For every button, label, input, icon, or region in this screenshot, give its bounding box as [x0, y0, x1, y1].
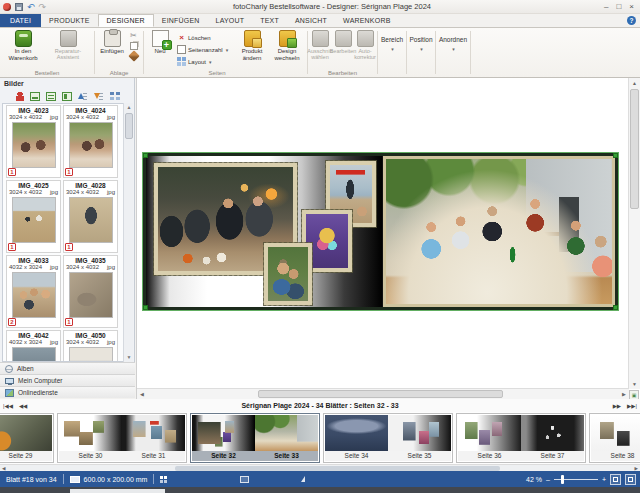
scrollbar-thumb[interactable]: [258, 390, 503, 398]
paste-button[interactable]: Einfügen: [97, 30, 127, 55]
last-spread-button[interactable]: ▶▶|: [624, 403, 640, 409]
filmstrip-spread-32-33-selected[interactable]: Seite 32Seite 33: [190, 413, 320, 463]
filmstrip-spread-38-39[interactable]: Seite 38: [589, 413, 640, 463]
scroll-up-icon[interactable]: ▲: [629, 78, 640, 88]
resize-handle[interactable]: [143, 305, 148, 310]
add-to-cart-button[interactable]: In den Warenkorb: [4, 30, 42, 62]
resize-handle[interactable]: [613, 153, 618, 158]
position-dropdown-button[interactable]: Position ▾: [408, 36, 434, 52]
format-painter-icon[interactable]: [128, 50, 139, 61]
tab-datei[interactable]: DATEI: [0, 14, 41, 27]
filmstrip-scrollbar[interactable]: ◀ ▶: [0, 464, 640, 471]
thumbnail-view-icon[interactable]: [30, 92, 40, 101]
detail-view-icon[interactable]: [62, 92, 72, 101]
filmstrip-spread-28-29[interactable]: Seite 29: [0, 413, 54, 463]
filmstrip-page-thumb[interactable]: [521, 415, 584, 452]
photo-garden-lunch[interactable]: [383, 156, 615, 307]
accordion-onlinedienste[interactable]: Onlinedienste: [0, 386, 135, 398]
cursor-tool-icon[interactable]: [301, 476, 305, 482]
tab-produkte[interactable]: PRODUKTE: [41, 14, 98, 27]
grid-toggle-icon[interactable]: [160, 476, 168, 483]
filmstrip-spread-30-31[interactable]: Seite 30Seite 31: [57, 413, 187, 463]
filmstrip-page-thumb[interactable]: [192, 415, 255, 452]
zoom-in-button[interactable]: +: [602, 476, 606, 483]
scrollbar-thumb[interactable]: [630, 89, 639, 209]
close-button[interactable]: ×: [629, 2, 634, 11]
filmstrip-page-thumb[interactable]: [325, 415, 388, 452]
help-icon[interactable]: ?: [627, 16, 636, 25]
photo-couple-selfie[interactable]: [264, 243, 312, 305]
scroll-down-icon[interactable]: ▼: [124, 353, 134, 362]
zoom-out-button[interactable]: –: [546, 476, 550, 483]
canvas-horizontal-scrollbar[interactable]: ◀ ▶: [137, 388, 629, 399]
sort-ascending-icon[interactable]: [78, 92, 88, 101]
accordion-alben[interactable]: Alben: [0, 362, 135, 374]
filmstrip-page-thumb[interactable]: [0, 415, 52, 452]
redo-icon[interactable]: ↷: [39, 3, 47, 11]
accordion-mein-computer[interactable]: Mein Computer: [0, 374, 135, 386]
design-canvas[interactable]: ▲ ▼ ▣ ◀ ▶: [136, 78, 640, 399]
page-count-button[interactable]: Seitenanzahl ▾: [177, 44, 228, 55]
zoom-slider[interactable]: [554, 479, 598, 480]
image-thumbnail[interactable]: IMG_4023 3024 x 4032jpg 1: [6, 105, 61, 178]
scroll-right-icon[interactable]: ▶: [619, 389, 629, 399]
edit-button[interactable]: Bearbeiten: [332, 30, 354, 54]
restore-button[interactable]: □: [616, 2, 621, 11]
sidebar-scrollbar[interactable]: ▲ ▼: [123, 103, 133, 362]
filmstrip-page-thumb[interactable]: [388, 415, 451, 452]
sort-descending-icon[interactable]: [94, 92, 104, 101]
image-thumbnail[interactable]: IMG_4025 3024 x 4032jpg 1: [6, 180, 61, 253]
delete-page-button[interactable]: × Löschen: [177, 32, 211, 43]
minimize-button[interactable]: –: [604, 2, 608, 11]
copy-icon[interactable]: [130, 42, 138, 50]
repair-assistant-button[interactable]: Reparatur-Assistent: [44, 30, 92, 61]
resize-handle[interactable]: [143, 153, 148, 158]
arrange-dropdown-button[interactable]: Anordnen ▾: [437, 36, 469, 52]
image-thumbnail[interactable]: IMG_4024 3024 x 4032jpg 1: [63, 105, 118, 178]
filmstrip-page-thumb[interactable]: [122, 415, 185, 452]
tab-warenkorb[interactable]: WARENKORB: [335, 14, 398, 27]
filmstrip-page-thumb[interactable]: [255, 415, 318, 452]
filmstrip-spread-36-37[interactable]: Seite 36Seite 37: [456, 413, 586, 463]
image-thumbnail[interactable]: IMG_4042 4032 x 3024jpg: [6, 330, 61, 362]
cut-icon[interactable]: ✂: [130, 32, 138, 40]
change-product-button[interactable]: Produkt ändern: [236, 30, 268, 62]
grid-columns-icon[interactable]: [110, 92, 120, 101]
page-33[interactable]: [383, 156, 615, 307]
previous-spread-button[interactable]: ◀◀: [16, 403, 30, 409]
next-spread-button[interactable]: ▶▶: [610, 403, 624, 409]
undo-icon[interactable]: ↶: [27, 3, 35, 11]
tab-text[interactable]: TEXT: [252, 14, 287, 27]
tab-einfuegen[interactable]: EINFÜGEN: [154, 14, 208, 27]
select-crop-button[interactable]: Ausschnitt wählen: [309, 30, 331, 61]
save-icon[interactable]: [15, 3, 23, 11]
image-thumbnail[interactable]: IMG_4050 3024 x 4032jpg: [63, 330, 118, 362]
scroll-down-icon[interactable]: ▼: [629, 379, 640, 389]
filmstrip-spread-34-35[interactable]: Seite 34Seite 35: [323, 413, 453, 463]
tab-layout[interactable]: LAYOUT: [208, 14, 253, 27]
scroll-up-icon[interactable]: ▲: [124, 103, 134, 112]
filmstrip-page-thumb[interactable]: [59, 415, 122, 452]
filmstrip-page-thumb[interactable]: [591, 415, 640, 452]
fit-page-button[interactable]: [625, 474, 636, 485]
list-view-icon[interactable]: [46, 92, 56, 101]
autocorrect-button[interactable]: Auto-korrektur: [354, 30, 376, 61]
image-thumbnail[interactable]: IMG_4028 3024 x 4032jpg 1: [63, 180, 118, 253]
canvas-vertical-scrollbar[interactable]: ▲ ▼ ▣: [628, 78, 640, 389]
filmstrip-page-thumb[interactable]: [458, 415, 521, 452]
page-32[interactable]: [146, 156, 382, 307]
first-spread-button[interactable]: |◀◀: [0, 403, 16, 409]
image-thumbnail[interactable]: IMG_4033 4032 x 3024jpg 2: [6, 255, 61, 328]
fit-width-button[interactable]: [610, 474, 621, 485]
scrollbar-thumb[interactable]: [125, 113, 133, 139]
zoom-slider-knob[interactable]: [561, 475, 564, 484]
new-page-button[interactable]: + Neu: [147, 30, 173, 55]
change-design-button[interactable]: Design wechseln: [271, 30, 303, 62]
area-dropdown-button[interactable]: Bereich ▾: [380, 36, 404, 52]
image-thumbnail[interactable]: IMG_4035 3024 x 4032jpg 1: [63, 255, 118, 328]
preview-toggle-icon[interactable]: [240, 476, 249, 483]
tab-ansicht[interactable]: ANSICHT: [287, 14, 335, 27]
book-spread[interactable]: [143, 153, 618, 310]
resize-handle[interactable]: [613, 305, 618, 310]
layout-button[interactable]: Layout ▾: [177, 56, 212, 67]
